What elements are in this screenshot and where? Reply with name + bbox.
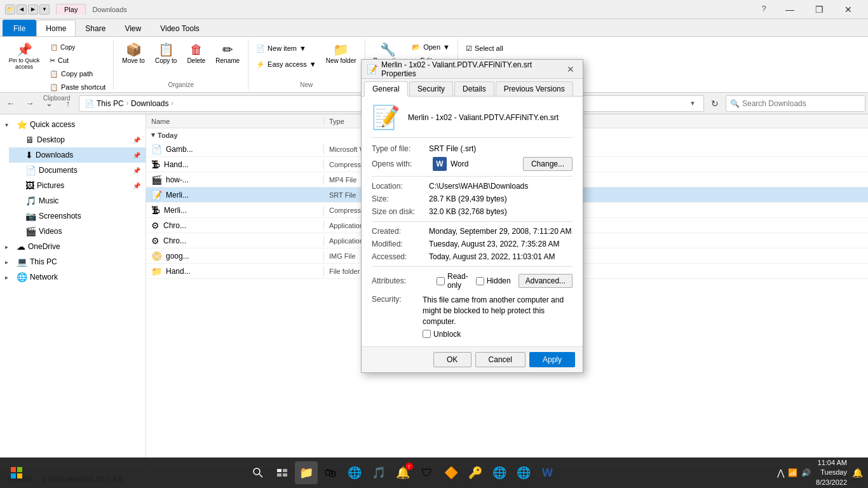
delete-button[interactable]: 🗑 Delete xyxy=(182,41,210,80)
notification-badge: 7 xyxy=(405,463,413,470)
hidden-checkbox[interactable] xyxy=(476,277,484,285)
sidebar-item-music[interactable]: 🎵 Music xyxy=(9,193,146,208)
new-item-button[interactable]: 📄 New item ▼ xyxy=(252,41,320,56)
select-all-button[interactable]: ☑ Select all xyxy=(462,41,526,56)
open-button[interactable]: 📂 Open ▼ xyxy=(408,41,454,53)
location-label: Location: xyxy=(372,182,429,191)
copy-to-button[interactable]: 📋 Copy to xyxy=(151,41,181,80)
tab-file[interactable]: File xyxy=(3,20,36,36)
sidebar-item-downloads[interactable]: ⬇ Downloads 📌 xyxy=(9,147,146,163)
taskbar-edge[interactable]: 🌐 xyxy=(343,461,366,484)
search-input[interactable] xyxy=(742,99,861,108)
taskbar-lastpass[interactable]: 🔑 xyxy=(464,461,487,484)
address-sep-1: › xyxy=(126,100,128,107)
volume-tray-icon[interactable]: 🔊 xyxy=(801,468,811,477)
tab-details[interactable]: Details xyxy=(454,81,494,96)
copy-path-button[interactable]: 📋 Copy path xyxy=(46,67,109,80)
taskbar-store[interactable]: 🛍 xyxy=(319,461,342,484)
downloads-label: Downloads xyxy=(92,6,126,13)
hidden-check[interactable]: Hidden xyxy=(476,276,511,285)
paste-shortcut-label: Paste shortcut xyxy=(61,83,105,91)
crumb-downloads[interactable]: Downloads xyxy=(131,99,168,108)
taskbar-clock[interactable]: 11:04 AM Tuesday 8/23/2022 xyxy=(816,458,847,487)
sidebar-item-pictures[interactable]: 🖼 Pictures 📌 xyxy=(9,178,146,193)
cut-button[interactable]: ✂ Cut xyxy=(46,54,109,67)
taskbar-notification[interactable]: 🔔 7 xyxy=(391,461,414,484)
copy-to-label: Copy to xyxy=(155,57,177,64)
minimize-button[interactable]: — xyxy=(775,0,804,19)
network-icon: 🌐 xyxy=(17,272,27,282)
start-button[interactable] xyxy=(5,461,28,484)
paste-shortcut-button[interactable]: 📋 Paste shortcut xyxy=(46,81,109,93)
new-folder-button[interactable]: 📁 New folder xyxy=(322,41,361,80)
sidebar-quick-access[interactable]: ▾ ⭐ Quick access xyxy=(0,117,146,132)
close-button[interactable]: ✕ xyxy=(834,0,863,19)
taskbar-word[interactable]: W xyxy=(536,461,559,484)
organize-content: 📦 Move to 📋 Copy to 🗑 Delete ✏ Rename xyxy=(118,41,244,80)
unblock-checkbox[interactable] xyxy=(423,330,431,338)
hidden-label: Hidden xyxy=(487,276,511,285)
tab-previous-versions[interactable]: Previous Versions xyxy=(496,81,573,96)
refresh-button[interactable]: ↻ xyxy=(707,95,723,112)
tab-share[interactable]: Share xyxy=(76,20,115,36)
cut-label: Cut xyxy=(58,57,69,64)
readonly-checkbox[interactable] xyxy=(437,277,445,285)
network-tray-icon[interactable]: 📶 xyxy=(788,468,797,477)
tab-security[interactable]: Security xyxy=(409,81,453,96)
notification-center[interactable]: 🔔 xyxy=(852,468,863,478)
sidebar-item-videos[interactable]: 🎬 Videos xyxy=(9,224,146,239)
opens-with-app: W Word xyxy=(433,157,519,171)
taskbar-search[interactable] xyxy=(247,461,269,484)
forward-button[interactable]: → xyxy=(22,95,38,112)
back-button[interactable]: ← xyxy=(3,95,19,112)
sidebar-item-documents[interactable]: 📄 Documents 📌 xyxy=(9,163,146,178)
tab-view[interactable]: View xyxy=(115,20,151,36)
forward-history-icon[interactable]: ▶ xyxy=(28,4,38,15)
taskbar-chrome2[interactable]: 🌐 xyxy=(512,461,535,484)
taskbar-antivirus[interactable]: 🛡 xyxy=(416,461,438,484)
up-button[interactable]: ↑ xyxy=(60,95,76,112)
network-label: Network xyxy=(30,273,58,281)
dropdown-icon[interactable]: ▼ xyxy=(39,4,50,15)
tab-home[interactable]: Home xyxy=(36,20,76,36)
sidebar-item-desktop[interactable]: 🖥 Desktop 📌 xyxy=(9,132,146,147)
unblock-row[interactable]: Unblock xyxy=(423,330,573,339)
col-name[interactable]: Name xyxy=(146,118,324,125)
play-tab[interactable]: Play xyxy=(56,4,86,15)
recent-locations-button[interactable]: ⌄ xyxy=(41,95,57,112)
taskbar-task-view[interactable] xyxy=(271,461,294,484)
ok-button[interactable]: OK xyxy=(433,352,471,367)
tray-expand[interactable]: ⋀ xyxy=(777,468,784,478)
taskbar-vlc[interactable]: 🔶 xyxy=(440,461,463,484)
sidebar-item-screenshots[interactable]: 📷 Screenshots xyxy=(9,208,146,224)
search-box[interactable]: 🔍 xyxy=(726,95,865,112)
pin-quick-access-button[interactable]: 📌 Pin to Quick access xyxy=(4,41,44,80)
tab-video-tools[interactable]: Video Tools xyxy=(151,20,209,36)
back-history-icon[interactable]: ◀ xyxy=(17,4,27,15)
file-icon-gamb: 📄 xyxy=(151,144,162,154)
dialog-close-button[interactable]: ✕ xyxy=(564,62,578,76)
rename-button[interactable]: ✏ Rename xyxy=(211,41,244,80)
clipboard-group: 📌 Pin to Quick access 📋 Copy ✂ Cut 📋 Cop… xyxy=(0,39,114,90)
maximize-button[interactable]: ❐ xyxy=(804,0,834,19)
readonly-check[interactable]: Read-only xyxy=(437,272,468,290)
taskbar-chrome[interactable]: 🌐 xyxy=(488,461,511,484)
apply-button[interactable]: Apply xyxy=(529,352,575,367)
tab-general[interactable]: General xyxy=(364,81,408,97)
crumb-this-pc[interactable]: This PC xyxy=(97,99,124,108)
sidebar-this-pc[interactable]: ▸ 💻 This PC xyxy=(0,254,146,269)
address-dropdown[interactable]: ▼ xyxy=(687,100,698,107)
change-button[interactable]: Change... xyxy=(523,157,573,171)
help-button[interactable]: ? xyxy=(755,0,773,18)
sidebar-onedrive[interactable]: ▸ ☁ OneDrive xyxy=(0,239,146,254)
copy-button[interactable]: 📋 Copy xyxy=(46,41,109,53)
taskbar-spotify[interactable]: 🎵 xyxy=(367,461,390,484)
cancel-button[interactable]: Cancel xyxy=(475,352,526,367)
sidebar-network[interactable]: ▸ 🌐 Network xyxy=(0,269,146,285)
new-item-label: New item xyxy=(268,44,297,52)
move-to-button[interactable]: 📦 Move to xyxy=(118,41,149,80)
easy-access-button[interactable]: ⚡ Easy access ▼ xyxy=(252,57,320,72)
taskbar-file-explorer[interactable]: 📁 xyxy=(295,461,318,484)
delete-icon: 🗑 xyxy=(190,43,203,56)
advanced-button[interactable]: Advanced... xyxy=(519,274,573,288)
